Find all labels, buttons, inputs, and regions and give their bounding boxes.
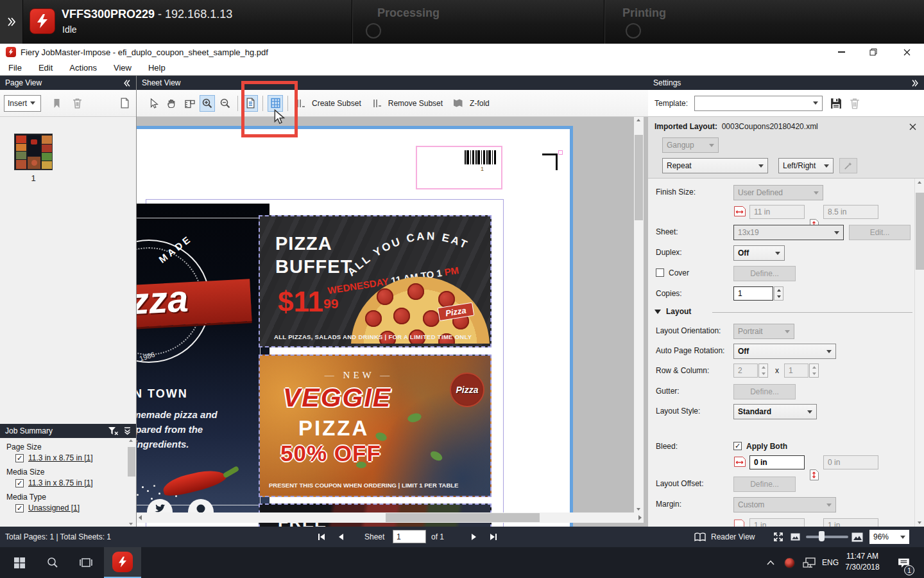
reader-view-icon[interactable] bbox=[693, 530, 707, 543]
leftright-dropdown[interactable]: Left/Right bbox=[778, 158, 834, 173]
maximize-restore-button[interactable] bbox=[859, 44, 888, 60]
expand-sidebar-button[interactable] bbox=[0, 0, 23, 44]
zoom-out-tool-button[interactable] bbox=[218, 95, 233, 112]
menu-view[interactable]: View bbox=[105, 60, 140, 76]
bleed-width-input[interactable] bbox=[749, 455, 805, 469]
cover-checkbox[interactable] bbox=[656, 268, 664, 277]
sheet-canvas[interactable]: 1 MADE zza 1986 IN TOWN bbox=[137, 117, 644, 527]
scroll-up-arrow[interactable] bbox=[637, 119, 640, 121]
layout-section-header[interactable]: Layout bbox=[654, 307, 691, 316]
delete-template-icon[interactable] bbox=[850, 98, 860, 109]
sheet-size-dropdown[interactable]: 13x19 bbox=[733, 225, 844, 240]
layout-style-dropdown[interactable]: Standard bbox=[733, 404, 817, 419]
scroll-up-arrow[interactable] bbox=[918, 181, 921, 184]
first-sheet-button[interactable] bbox=[314, 530, 329, 543]
checkbox-checked[interactable]: ✓ bbox=[15, 454, 24, 462]
collapse-summary-icon[interactable] bbox=[124, 427, 131, 435]
save-template-icon[interactable] bbox=[830, 98, 842, 109]
app-icon bbox=[6, 47, 16, 57]
bookmark-icon[interactable] bbox=[53, 98, 61, 109]
server-title[interactable]: VFFS300PRO229 - 192.168.1.13 bbox=[62, 8, 232, 21]
media-type-link[interactable]: Unassigned [1] bbox=[28, 504, 80, 512]
insert-dropdown[interactable]: Insert bbox=[4, 95, 41, 112]
pan-tool-button[interactable] bbox=[164, 95, 179, 112]
scroll-up-arrow[interactable] bbox=[129, 439, 133, 442]
checkbox-checked[interactable]: ✓ bbox=[15, 504, 24, 512]
remove-subset-icon-button[interactable] bbox=[369, 95, 384, 112]
scrollbar-thumb[interactable] bbox=[635, 135, 643, 220]
copies-spinner[interactable] bbox=[774, 286, 783, 301]
tray-expand-chevron[interactable] bbox=[762, 547, 779, 578]
zoom-out-image-icon[interactable] bbox=[788, 530, 802, 543]
scroll-down-arrow[interactable] bbox=[129, 523, 133, 525]
task-view-button[interactable] bbox=[72, 547, 100, 578]
imposed-sheet[interactable]: 1 MADE zza 1986 IN TOWN bbox=[137, 126, 573, 527]
scrollbar-thumb[interactable] bbox=[386, 513, 540, 522]
next-sheet-button[interactable] bbox=[467, 530, 481, 543]
delete-page-icon[interactable] bbox=[73, 98, 82, 109]
fiery-server-icon[interactable] bbox=[30, 8, 55, 34]
template-dropdown[interactable] bbox=[694, 96, 823, 111]
scroll-left-arrow[interactable] bbox=[139, 515, 142, 520]
remove-subset-label[interactable]: Remove Subset bbox=[388, 99, 443, 108]
finish-width-input[interactable] bbox=[749, 205, 805, 219]
scroll-down-arrow[interactable] bbox=[637, 508, 640, 511]
job-summary-group-name: Media Type bbox=[6, 493, 136, 502]
repeat-dropdown[interactable]: Repeat bbox=[662, 158, 768, 173]
lightning-icon bbox=[117, 556, 128, 568]
zoom-slider-thumb[interactable] bbox=[819, 531, 825, 541]
finish-height-input[interactable] bbox=[823, 205, 878, 219]
zoom-level-dropdown[interactable]: 96% bbox=[869, 530, 909, 544]
settings-scrollbar[interactable] bbox=[914, 179, 924, 527]
close-button[interactable] bbox=[892, 44, 921, 60]
menu-edit[interactable]: Edit bbox=[30, 60, 61, 76]
copies-input[interactable] bbox=[733, 286, 773, 301]
minimize-button[interactable] bbox=[826, 44, 856, 60]
taskbar-fiery-app[interactable] bbox=[104, 547, 141, 578]
zfold-icon-button[interactable] bbox=[450, 95, 466, 112]
page-thumbnail-1[interactable] bbox=[14, 134, 53, 170]
collapse-triangle-icon bbox=[654, 310, 661, 314]
last-sheet-button[interactable] bbox=[486, 530, 501, 543]
panel-headline: IN TOWN bbox=[137, 387, 188, 401]
page-size-link[interactable]: 11.3 in x 8.75 in [1] bbox=[28, 453, 93, 462]
close-imported-layout-icon[interactable] bbox=[909, 123, 916, 130]
duplex-dropdown[interactable]: Off bbox=[733, 245, 785, 261]
checkbox-checked[interactable]: ✓ bbox=[15, 479, 24, 487]
menu-file[interactable]: File bbox=[0, 60, 30, 76]
select-tool-button[interactable] bbox=[146, 95, 161, 112]
expand-panel-icon[interactable] bbox=[911, 80, 919, 87]
scrollbar-thumb[interactable] bbox=[128, 447, 135, 477]
settings-scroll-area: Finish Size: User Defined Sheet: 13x19 E… bbox=[648, 179, 924, 527]
sheet-vscrollbar[interactable] bbox=[634, 117, 644, 512]
zfold-label[interactable]: Z-fold bbox=[470, 99, 490, 108]
start-button[interactable] bbox=[5, 547, 33, 578]
taskbar-search-button[interactable] bbox=[38, 547, 67, 578]
zoom-in-image-icon[interactable] bbox=[850, 530, 864, 543]
fit-to-view-icon[interactable] bbox=[771, 530, 785, 543]
menu-help[interactable]: Help bbox=[140, 60, 174, 76]
reader-view-label[interactable]: Reader View bbox=[711, 532, 755, 541]
fiery-tray-icon[interactable] bbox=[780, 547, 798, 578]
zoom-in-tool-button[interactable] bbox=[200, 95, 215, 112]
taskbar-clock[interactable]: 11:47 AM 7/30/2018 bbox=[838, 551, 887, 573]
collapse-panel-icon[interactable] bbox=[123, 80, 131, 87]
sheet-number-input[interactable] bbox=[393, 530, 426, 543]
job-summary-scrollbar[interactable] bbox=[127, 438, 136, 527]
menu-actions[interactable]: Actions bbox=[61, 60, 105, 76]
sheet-hscrollbar[interactable] bbox=[137, 512, 644, 523]
create-subset-label[interactable]: Create Subset bbox=[312, 99, 361, 108]
scroll-right-arrow[interactable] bbox=[638, 515, 642, 520]
scroll-down-arrow[interactable] bbox=[918, 521, 921, 524]
cursor-arrow-icon bbox=[149, 98, 158, 109]
media-size-link[interactable]: 11.3 in x 8.75 in [1] bbox=[28, 478, 93, 487]
scrollbar-thumb[interactable] bbox=[916, 193, 924, 270]
network-tray-icon[interactable] bbox=[800, 547, 819, 578]
previous-sheet-button[interactable] bbox=[334, 530, 348, 543]
measure-tool-button[interactable] bbox=[182, 95, 197, 112]
blank-page-icon[interactable] bbox=[120, 98, 130, 109]
apply-both-checkbox[interactable]: ✓ bbox=[733, 442, 742, 450]
clear-filter-icon[interactable] bbox=[108, 426, 119, 435]
auto-rotation-dropdown[interactable]: Off bbox=[733, 344, 836, 359]
zoom-slider[interactable] bbox=[806, 536, 848, 538]
